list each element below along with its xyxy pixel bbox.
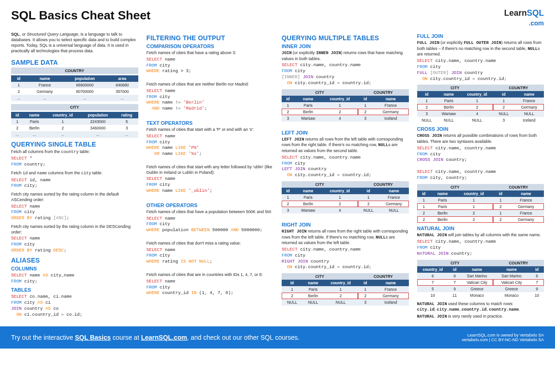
column-4: FULL JOIN FULL JOIN (or explicitly FULL …: [417, 31, 544, 321]
header: SQL Basics Cheat Sheet LearnSQL.com: [11, 8, 544, 28]
heading-filtering: FILTERING THE OUTPUT: [147, 34, 274, 42]
subheading-left-join: LEFT JOIN: [282, 130, 409, 135]
table-caption-country: COUNTRY: [11, 67, 138, 74]
column-3: QUERYING MULTIPLE TABLES INNER JOIN JOIN…: [282, 31, 409, 321]
subheading-comparison: COMPARISON OPERATORS: [147, 43, 274, 49]
logo: LearnSQL.com: [504, 8, 544, 28]
subheading-full-join: FULL JOIN: [417, 33, 544, 39]
code-block: SELECT name AS city_name FROM city;: [11, 273, 138, 285]
subheading-columns: COLUMNS: [11, 266, 138, 271]
desc: LEFT JOIN returns all rows from the left…: [282, 137, 409, 154]
code-block: SELECT city.name, country.name FROM city…: [417, 146, 544, 181]
desc: Fetch city names sorted by the rating co…: [11, 192, 138, 202]
code-block: SELECT city.name, country.name FROM city…: [282, 247, 409, 270]
desc: Fetch names of cities that have a rating…: [147, 50, 274, 56]
column-1: SQL, or Structured Query Language, is a …: [11, 31, 138, 321]
code-block: SELECT city.name, country.name FROM city…: [282, 62, 409, 86]
desc: Fetch names of cities that start with an…: [147, 165, 274, 175]
code-block: SELECT name FROM city WHERE name != 'Ber…: [147, 88, 274, 112]
heading-sample-data: SAMPLE DATA: [11, 59, 138, 66]
heading-aliases: ALIASES: [11, 257, 138, 264]
desc: NATURAL JOIN is very rarely used in prac…: [417, 314, 544, 320]
desc: Fetch names of cities that start with a …: [147, 127, 274, 133]
desc: JOIN (or explicitly INNER JOIN) returns …: [282, 50, 409, 61]
code-block: SELECT name FROM city WHERE name LIKE 'P…: [147, 134, 274, 157]
code-block: SELECT co.name, ci.name FROM city AS ci …: [11, 294, 138, 318]
city-table: idnamecountry_idpopulationrating 1Paris1…: [11, 112, 138, 138]
code-block: SELECT name FROM city ORDER BY rating [A…: [11, 204, 138, 221]
code-block: SELECT city.name, country.name FROM city…: [282, 155, 409, 178]
code-block: SELECT name FROM city WHERE country_id I…: [147, 279, 274, 296]
heading-query-single: QUERYING SINGLE TABLE: [11, 141, 138, 148]
code-block: SELECT city.name, country.name FROM city…: [417, 239, 544, 257]
column-2: FILTERING THE OUTPUT COMPARISON OPERATOR…: [147, 31, 274, 321]
desc: Fetch city names sorted by the rating co…: [11, 224, 138, 235]
code-block: SELECT * FROM country;: [11, 156, 138, 168]
desc: Fetch names of cities that don't miss a …: [147, 241, 274, 246]
inner-join-table: CITYidnamecountry_id 1Paris1 2Berlin2 3W…: [282, 89, 409, 122]
desc: NATURAL JOIN will join tables by all col…: [417, 233, 544, 239]
code-block: SELECT name FROM city WHERE population B…: [147, 216, 274, 233]
table-caption-city: CITY: [11, 104, 138, 110]
desc: Fetch names of cities that are neither B…: [147, 82, 274, 87]
code-block: SELECT name FROM city ORDER BY rating DE…: [11, 236, 138, 253]
footer-credits: LearnSQL.com is owned by Vertabelo SAver…: [462, 333, 544, 342]
subheading-natural-join: NATURAL JOIN: [417, 226, 544, 231]
code-block: SELECT id, name FROM city;: [11, 178, 138, 190]
right-join-table: CITYidnamecountry_id 1Paris1 2Berlin2 NU…: [282, 273, 409, 306]
desc: NATURAL JOIN used these columns to match…: [417, 301, 544, 313]
subheading-tables: TABLES: [11, 287, 138, 293]
desc: Fetch names of cities that have a popula…: [147, 209, 274, 215]
full-join-table: CITYidnamecountry_id 1Paris1 2Berlin2 3W…: [417, 85, 544, 123]
desc: Fetch id and name columns from the city …: [11, 171, 138, 177]
heading-multiple-tables: QUERYING MULTIPLE TABLES: [282, 34, 409, 42]
natural-join-table: CITYcountry_ididname 66San Marino 77Vati…: [417, 260, 544, 299]
code-block: SELECT name FROM city WHERE rating > 3;: [147, 57, 274, 74]
desc: Fetch all columns from the country table…: [11, 149, 138, 155]
desc: RIGHT JOIN returns all rows from the rig…: [282, 229, 409, 246]
subheading-inner-join: INNER JOIN: [282, 43, 409, 49]
cross-join-table: CITYidnamecountry_id 1Paris1 1Paris1 2Be…: [417, 184, 544, 223]
country-table: idnamepopulationarea 1France666000006406…: [11, 75, 138, 101]
desc: Fetch names of cities that are in countr…: [147, 272, 274, 278]
subheading-other-ops: OTHER OPERATORS: [147, 202, 274, 208]
page-title: SQL Basics Cheat Sheet: [11, 8, 151, 23]
left-join-table: CITYidnamecountry_id 1Paris1 2Berlin2 3W…: [282, 181, 409, 214]
footer: Try out the interactive SQL Basics cours…: [0, 326, 555, 349]
desc: FULL JOIN (or explicitly FULL OUTER JOIN…: [417, 40, 544, 57]
subheading-cross-join: CROSS JOIN: [417, 126, 544, 132]
code-block: SELECT name FROM city WHERE rating IS NO…: [147, 247, 274, 265]
desc: CROSS JOIN returns all possible combinat…: [417, 133, 544, 144]
code-block: SELECT name FROM city WHERE name LIKE '_…: [147, 176, 274, 194]
subheading-right-join: RIGHT JOIN: [282, 222, 409, 227]
code-block: SELECT city.name, country.name FROM city…: [417, 58, 544, 82]
subheading-text-ops: TEXT OPERATORS: [147, 120, 274, 126]
intro-text: SQL, or Structured Query Language, is a …: [11, 31, 138, 54]
footer-cta: Try out the interactive SQL Basics cours…: [11, 334, 300, 341]
